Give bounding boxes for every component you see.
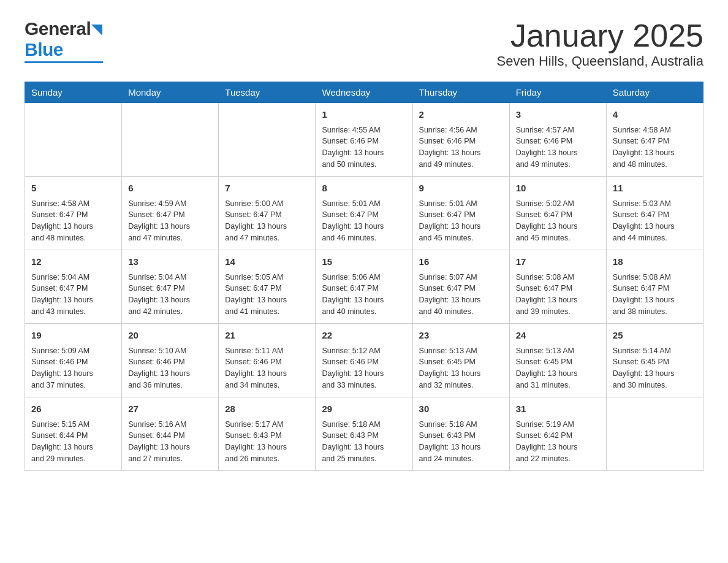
calendar-week-row: 5Sunrise: 4:58 AM Sunset: 6:47 PM Daylig…: [25, 177, 703, 250]
day-number: 24: [516, 329, 600, 343]
day-number: 26: [31, 402, 115, 416]
sun-info: Sunrise: 5:12 AM Sunset: 6:46 PM Dayligh…: [322, 345, 406, 391]
sun-info: Sunrise: 5:14 AM Sunset: 6:45 PM Dayligh…: [613, 345, 697, 391]
day-number: 17: [516, 255, 600, 269]
day-number: 29: [322, 402, 406, 416]
calendar-cell: 28Sunrise: 5:17 AM Sunset: 6:43 PM Dayli…: [219, 397, 316, 471]
day-number: 18: [613, 255, 697, 269]
sun-info: Sunrise: 4:58 AM Sunset: 6:47 PM Dayligh…: [31, 198, 115, 244]
weekday-header-sunday: Sunday: [25, 82, 122, 103]
calendar-header: SundayMondayTuesdayWednesdayThursdayFrid…: [25, 82, 703, 103]
logo-underline: [25, 61, 103, 63]
day-number: 15: [322, 255, 406, 269]
sun-info: Sunrise: 5:15 AM Sunset: 6:44 PM Dayligh…: [31, 419, 115, 465]
calendar-week-row: 12Sunrise: 5:04 AM Sunset: 6:47 PM Dayli…: [25, 250, 703, 324]
calendar-cell: 10Sunrise: 5:02 AM Sunset: 6:47 PM Dayli…: [509, 177, 606, 250]
weekday-header-friday: Friday: [509, 82, 606, 103]
calendar-body: 1Sunrise: 4:55 AM Sunset: 6:46 PM Daylig…: [25, 103, 703, 471]
day-number: 25: [613, 329, 697, 343]
calendar-cell: 9Sunrise: 5:01 AM Sunset: 6:47 PM Daylig…: [412, 177, 509, 250]
calendar-cell: [606, 397, 703, 471]
calendar-cell: 19Sunrise: 5:09 AM Sunset: 6:46 PM Dayli…: [25, 324, 122, 397]
calendar-cell: 21Sunrise: 5:11 AM Sunset: 6:46 PM Dayli…: [219, 324, 316, 397]
logo-text: GeneralBlue: [25, 18, 103, 60]
day-number: 5: [31, 182, 115, 196]
logo: GeneralBlue: [25, 18, 103, 63]
calendar-cell: 31Sunrise: 5:19 AM Sunset: 6:42 PM Dayli…: [509, 397, 606, 471]
day-number: 2: [419, 108, 503, 122]
calendar-cell: 26Sunrise: 5:15 AM Sunset: 6:44 PM Dayli…: [25, 397, 122, 471]
calendar-cell: 24Sunrise: 5:13 AM Sunset: 6:45 PM Dayli…: [509, 324, 606, 397]
sun-info: Sunrise: 5:17 AM Sunset: 6:43 PM Dayligh…: [225, 419, 309, 465]
sun-info: Sunrise: 4:55 AM Sunset: 6:46 PM Dayligh…: [322, 124, 406, 170]
day-number: 22: [322, 329, 406, 343]
calendar-table: SundayMondayTuesdayWednesdayThursdayFrid…: [25, 82, 703, 471]
day-number: 10: [516, 182, 600, 196]
day-number: 8: [322, 182, 406, 196]
sun-info: Sunrise: 4:56 AM Sunset: 6:46 PM Dayligh…: [419, 124, 503, 170]
sun-info: Sunrise: 5:13 AM Sunset: 6:45 PM Dayligh…: [516, 345, 600, 391]
day-number: 3: [516, 108, 600, 122]
calendar-cell: 1Sunrise: 4:55 AM Sunset: 6:46 PM Daylig…: [316, 103, 412, 177]
calendar-cell: 18Sunrise: 5:08 AM Sunset: 6:47 PM Dayli…: [606, 250, 703, 324]
sun-info: Sunrise: 5:06 AM Sunset: 6:47 PM Dayligh…: [322, 272, 406, 318]
sun-info: Sunrise: 5:18 AM Sunset: 6:43 PM Dayligh…: [419, 419, 503, 465]
calendar-cell: 17Sunrise: 5:08 AM Sunset: 6:47 PM Dayli…: [509, 250, 606, 324]
sun-info: Sunrise: 5:02 AM Sunset: 6:47 PM Dayligh…: [516, 198, 600, 244]
sun-info: Sunrise: 4:58 AM Sunset: 6:47 PM Dayligh…: [613, 124, 697, 170]
page-header: GeneralBlue January 2025 Seven Hills, Qu…: [25, 18, 703, 69]
calendar-cell: 2Sunrise: 4:56 AM Sunset: 6:46 PM Daylig…: [412, 103, 509, 177]
logo-triangle-icon: [91, 25, 102, 36]
sun-info: Sunrise: 5:04 AM Sunset: 6:47 PM Dayligh…: [128, 272, 212, 318]
day-number: 20: [128, 329, 212, 343]
calendar-cell: 20Sunrise: 5:10 AM Sunset: 6:46 PM Dayli…: [122, 324, 219, 397]
calendar-cell: 8Sunrise: 5:01 AM Sunset: 6:47 PM Daylig…: [316, 177, 412, 250]
calendar-cell: [219, 103, 316, 177]
day-number: 14: [225, 255, 309, 269]
weekday-header-thursday: Thursday: [412, 82, 509, 103]
day-number: 4: [613, 108, 697, 122]
sun-info: Sunrise: 5:05 AM Sunset: 6:47 PM Dayligh…: [225, 272, 309, 318]
sun-info: Sunrise: 5:11 AM Sunset: 6:46 PM Dayligh…: [225, 345, 309, 391]
calendar-cell: 11Sunrise: 5:03 AM Sunset: 6:47 PM Dayli…: [606, 177, 703, 250]
calendar-cell: 27Sunrise: 5:16 AM Sunset: 6:44 PM Dayli…: [122, 397, 219, 471]
calendar-cell: 4Sunrise: 4:58 AM Sunset: 6:47 PM Daylig…: [606, 103, 703, 177]
sun-info: Sunrise: 5:00 AM Sunset: 6:47 PM Dayligh…: [225, 198, 309, 244]
day-number: 19: [31, 329, 115, 343]
day-number: 11: [613, 182, 697, 196]
calendar-cell: 22Sunrise: 5:12 AM Sunset: 6:46 PM Dayli…: [316, 324, 412, 397]
calendar-cell: 12Sunrise: 5:04 AM Sunset: 6:47 PM Dayli…: [25, 250, 122, 324]
calendar-cell: 7Sunrise: 5:00 AM Sunset: 6:47 PM Daylig…: [219, 177, 316, 250]
calendar-cell: 6Sunrise: 4:59 AM Sunset: 6:47 PM Daylig…: [122, 177, 219, 250]
sun-info: Sunrise: 5:08 AM Sunset: 6:47 PM Dayligh…: [516, 272, 600, 318]
weekday-header-wednesday: Wednesday: [316, 82, 412, 103]
sun-info: Sunrise: 5:10 AM Sunset: 6:46 PM Dayligh…: [128, 345, 212, 391]
calendar-cell: 23Sunrise: 5:13 AM Sunset: 6:45 PM Dayli…: [412, 324, 509, 397]
calendar-week-row: 1Sunrise: 4:55 AM Sunset: 6:46 PM Daylig…: [25, 103, 703, 177]
day-number: 1: [322, 108, 406, 122]
day-number: 30: [419, 402, 503, 416]
sun-info: Sunrise: 5:19 AM Sunset: 6:42 PM Dayligh…: [516, 419, 600, 465]
sun-info: Sunrise: 5:13 AM Sunset: 6:45 PM Dayligh…: [419, 345, 503, 391]
svg-marker-0: [91, 25, 102, 36]
day-number: 16: [419, 255, 503, 269]
calendar-cell: 15Sunrise: 5:06 AM Sunset: 6:47 PM Dayli…: [316, 250, 412, 324]
day-number: 9: [419, 182, 503, 196]
sun-info: Sunrise: 5:09 AM Sunset: 6:46 PM Dayligh…: [31, 345, 115, 391]
calendar-cell: 14Sunrise: 5:05 AM Sunset: 6:47 PM Dayli…: [219, 250, 316, 324]
calendar-cell: [25, 103, 122, 177]
sun-info: Sunrise: 5:16 AM Sunset: 6:44 PM Dayligh…: [128, 419, 212, 465]
day-number: 27: [128, 402, 212, 416]
calendar-cell: 30Sunrise: 5:18 AM Sunset: 6:43 PM Dayli…: [412, 397, 509, 471]
day-number: 12: [31, 255, 115, 269]
calendar-cell: 16Sunrise: 5:07 AM Sunset: 6:47 PM Dayli…: [412, 250, 509, 324]
day-number: 28: [225, 402, 309, 416]
sun-info: Sunrise: 5:18 AM Sunset: 6:43 PM Dayligh…: [322, 419, 406, 465]
day-number: 21: [225, 329, 309, 343]
weekday-header-saturday: Saturday: [606, 82, 703, 103]
weekday-header-tuesday: Tuesday: [219, 82, 316, 103]
day-number: 13: [128, 255, 212, 269]
calendar-cell: [122, 103, 219, 177]
calendar-cell: 13Sunrise: 5:04 AM Sunset: 6:47 PM Dayli…: [122, 250, 219, 324]
weekday-header-row: SundayMondayTuesdayWednesdayThursdayFrid…: [25, 82, 703, 103]
